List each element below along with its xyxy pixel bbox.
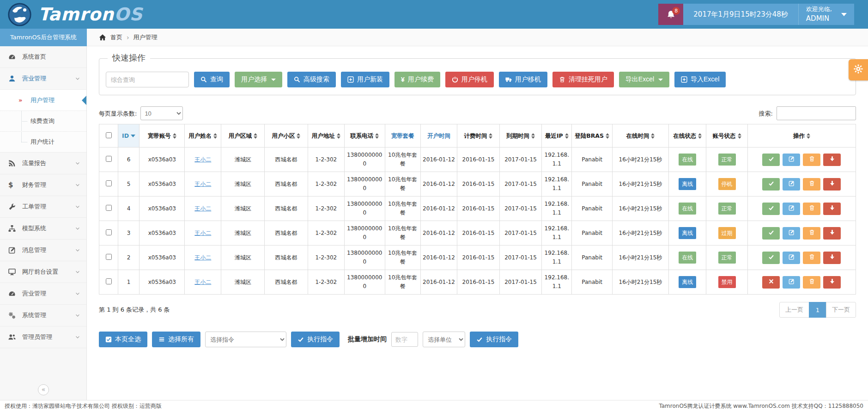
column-header-bill_date[interactable]: 计费时间 bbox=[457, 124, 500, 148]
quickops-button[interactable]: 用户新装 bbox=[341, 72, 389, 87]
logo[interactable]: TamronOS bbox=[7, 2, 143, 27]
trash-action-button[interactable] bbox=[803, 252, 820, 264]
trash-action-button[interactable] bbox=[803, 154, 820, 166]
quickops-button[interactable]: 导出Excel bbox=[619, 72, 669, 87]
column-header-name[interactable]: 用户姓名 bbox=[185, 124, 221, 148]
row-checkbox[interactable] bbox=[106, 278, 112, 284]
check-icon bbox=[297, 336, 304, 343]
trash-action-button[interactable] bbox=[803, 276, 820, 289]
quickops-button[interactable]: 高级搜索 bbox=[287, 72, 336, 87]
table-search-input[interactable] bbox=[777, 106, 856, 120]
sidebar-item[interactable]: 流量报告 bbox=[0, 153, 86, 174]
column-header-online_time[interactable]: 在线时间 bbox=[612, 124, 668, 148]
user-name-link[interactable]: 王小二 bbox=[194, 279, 211, 285]
user-name-link[interactable]: 王小二 bbox=[194, 254, 211, 261]
sidebar-item[interactable]: 工单管理 bbox=[0, 196, 86, 218]
column-header-account_status[interactable]: 账号状态 bbox=[706, 124, 748, 148]
user-name-link[interactable]: 王小二 bbox=[194, 230, 211, 236]
download-action-button[interactable] bbox=[823, 203, 841, 215]
user-menu[interactable]: 欢迎光临, ADMIN bbox=[798, 4, 854, 25]
check-action-button[interactable] bbox=[762, 203, 780, 215]
quickops-button[interactable]: 导入Excel bbox=[674, 72, 726, 87]
column-header-account[interactable]: 宽带账号 bbox=[140, 124, 185, 148]
sidebar-subitem[interactable]: »用户管理 bbox=[0, 90, 86, 111]
cell-ip: 192.168.1.1 bbox=[542, 270, 572, 295]
select-all-checkbox[interactable] bbox=[106, 132, 112, 138]
column-header-phone[interactable]: 联系电话 bbox=[345, 124, 385, 148]
pagination-next[interactable]: 下一页 bbox=[826, 302, 856, 318]
sidebar-item[interactable]: 营业管理 bbox=[0, 68, 86, 90]
pagination-page[interactable]: 1 bbox=[809, 302, 826, 318]
trash-action-button[interactable] bbox=[803, 203, 820, 215]
sidebar-item[interactable]: 营业管理 bbox=[0, 283, 86, 305]
edit-action-button[interactable] bbox=[783, 252, 800, 264]
sidebar-item[interactable]: 系统首页 bbox=[0, 46, 86, 68]
quickops-button[interactable]: 查询 bbox=[194, 72, 230, 87]
column-header-actions[interactable]: 操作 bbox=[747, 124, 856, 148]
sidebar-item[interactable]: 管理员管理 bbox=[0, 326, 86, 348]
breadcrumb-home[interactable]: 首页 bbox=[110, 33, 122, 42]
trash-action-button[interactable] bbox=[803, 178, 820, 191]
pagination-prev[interactable]: 上一页 bbox=[779, 302, 809, 318]
quickops-button[interactable]: ¥用户续费 bbox=[395, 72, 440, 87]
trash-icon bbox=[809, 229, 815, 237]
check-action-button[interactable] bbox=[762, 227, 780, 240]
check-action-button[interactable] bbox=[762, 252, 780, 264]
sidebar-item[interactable]: 网厅前台设置 bbox=[0, 261, 86, 283]
settings-gear-button[interactable] bbox=[849, 59, 868, 80]
sidebar-collapse-button[interactable] bbox=[38, 384, 49, 395]
command-select[interactable]: 选择指令 bbox=[205, 332, 286, 347]
sidebar-subitem[interactable]: 续费查询 bbox=[0, 111, 86, 131]
quickops-button[interactable]: 用户停机 bbox=[445, 72, 494, 87]
execute-command-button[interactable]: 执行指令 bbox=[291, 332, 340, 347]
time-number-input[interactable] bbox=[391, 332, 418, 347]
trash-action-button[interactable] bbox=[803, 227, 820, 240]
sidebar-subitem[interactable]: 用户统计 bbox=[0, 131, 86, 152]
edit-action-button[interactable] bbox=[783, 178, 800, 191]
execute-time-button[interactable]: 执行指令 bbox=[470, 332, 518, 347]
sidebar-item[interactable]: $财务管理 bbox=[0, 174, 86, 196]
row-checkbox[interactable] bbox=[106, 156, 112, 162]
quickops-button[interactable]: 清理挂死用户 bbox=[552, 72, 614, 87]
column-header-bras[interactable]: 登陆BRAS bbox=[572, 124, 612, 148]
edit-action-button[interactable] bbox=[783, 227, 800, 240]
x-action-button[interactable] bbox=[762, 276, 780, 289]
sidebar-item[interactable]: 系统管理 bbox=[0, 305, 86, 326]
column-header-ip[interactable]: 最近IP bbox=[542, 124, 572, 148]
column-header-open_date[interactable]: 开户时间 bbox=[420, 124, 457, 148]
row-checkbox[interactable] bbox=[106, 205, 112, 211]
column-header-id[interactable]: ID bbox=[118, 124, 140, 148]
check-action-button[interactable] bbox=[762, 154, 780, 166]
sidebar-item[interactable]: 模型系统 bbox=[0, 218, 86, 240]
download-action-button[interactable] bbox=[823, 178, 841, 191]
edit-action-button[interactable] bbox=[783, 203, 800, 215]
column-header-expire_date[interactable]: 到期时间 bbox=[499, 124, 542, 148]
column-header-address[interactable]: 用户地址 bbox=[308, 124, 344, 148]
quickops-button[interactable]: 用户移机 bbox=[499, 72, 547, 87]
download-action-button[interactable] bbox=[823, 276, 841, 289]
column-header-region[interactable]: 用户区域 bbox=[221, 124, 265, 148]
row-checkbox[interactable] bbox=[106, 229, 112, 235]
user-name-link[interactable]: 王小二 bbox=[194, 205, 211, 212]
column-header-plan[interactable]: 宽带套餐 bbox=[385, 124, 420, 148]
row-checkbox[interactable] bbox=[106, 254, 112, 260]
user-name-link[interactable]: 王小二 bbox=[194, 156, 211, 163]
row-checkbox[interactable] bbox=[106, 180, 112, 186]
quick-search-input[interactable] bbox=[106, 72, 189, 87]
user-name-link[interactable]: 王小二 bbox=[194, 181, 211, 187]
download-action-button[interactable] bbox=[823, 252, 841, 264]
download-action-button[interactable] bbox=[823, 227, 841, 240]
select-all-button[interactable]: 选择所有 bbox=[152, 332, 200, 347]
unit-select[interactable]: 选择单位 bbox=[423, 332, 465, 347]
sidebar-item[interactable]: 消息管理 bbox=[0, 240, 86, 261]
edit-action-button[interactable] bbox=[783, 154, 800, 166]
column-header-online_status[interactable]: 在线状态 bbox=[668, 124, 706, 148]
edit-action-button[interactable] bbox=[783, 276, 800, 289]
check-action-button[interactable] bbox=[762, 178, 780, 191]
column-header-community[interactable]: 用户小区 bbox=[265, 124, 308, 148]
notifications-button[interactable]: 8 bbox=[658, 4, 683, 25]
download-action-button[interactable] bbox=[823, 154, 841, 166]
quickops-button[interactable]: 用户选择 bbox=[235, 72, 282, 87]
page-size-select[interactable]: 10 bbox=[140, 106, 183, 120]
select-page-button[interactable]: 本页全选 bbox=[99, 332, 147, 347]
